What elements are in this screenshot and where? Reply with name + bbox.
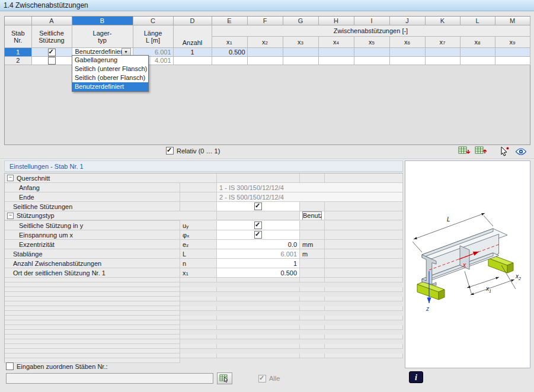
dim-x1-label: x1 xyxy=(485,285,491,293)
dim-x2-label: x2 xyxy=(515,273,521,281)
setting-filler xyxy=(5,301,180,306)
view-eye-button[interactable] xyxy=(513,145,529,158)
x5-cell[interactable] xyxy=(354,56,389,65)
x1-cell[interactable] xyxy=(212,56,247,65)
settings-row-5: Seitliche Stützung in yuy xyxy=(5,221,403,230)
header-seitliche-stuetzung: Seitliche Stützung xyxy=(31,25,72,48)
dropdown-item[interactable]: Seitlich (oberer Flansch) xyxy=(72,73,148,82)
header-x5: x5 xyxy=(354,37,389,48)
collapse-icon[interactable]: − xyxy=(7,213,14,219)
x3-cell[interactable] xyxy=(283,48,318,57)
col-letter-B[interactable]: B xyxy=(72,17,133,25)
x7-cell[interactable] xyxy=(425,48,460,57)
setting-value[interactable] xyxy=(217,230,300,240)
x9-cell[interactable] xyxy=(495,48,530,57)
dropdown-item[interactable]: Benutzerdefiniert xyxy=(72,82,148,91)
corner-cell xyxy=(5,17,31,25)
x4-cell[interactable] xyxy=(318,56,354,65)
view-eye-icon xyxy=(515,147,527,156)
settings-row-1: Anfang1 - IS 300/150/12/12/4 xyxy=(5,183,403,192)
assign-members-checkbox-box[interactable] xyxy=(6,362,14,370)
setting-value-empty xyxy=(300,287,325,292)
alle-checkbox-box[interactable] xyxy=(258,375,266,383)
setting-filler xyxy=(325,249,403,259)
alle-checkbox[interactable]: Alle xyxy=(258,375,280,383)
setting-symbol xyxy=(180,325,217,330)
setting-filler xyxy=(325,173,403,183)
x8-cell[interactable] xyxy=(460,56,495,65)
x5-cell[interactable] xyxy=(354,48,389,57)
col-letter-H[interactable]: H xyxy=(318,17,354,25)
setting-label xyxy=(5,344,180,349)
info-button[interactable]: i xyxy=(409,371,423,383)
setting-filler xyxy=(5,320,180,325)
col-letter-M[interactable]: M xyxy=(495,17,530,25)
relativ-checkbox[interactable]: Relativ (0 … 1) xyxy=(166,147,220,155)
x7-cell[interactable] xyxy=(425,56,460,65)
col-letter-J[interactable]: J xyxy=(389,17,425,25)
row-number[interactable]: 2 xyxy=(5,56,31,65)
seitliche-stuetzung-checkbox[interactable] xyxy=(48,57,56,65)
import-table-button[interactable] xyxy=(472,145,489,158)
setting-symbol xyxy=(217,335,300,339)
col-letter-C[interactable]: C xyxy=(133,17,173,25)
setting-unit xyxy=(325,335,403,339)
setting-value-empty xyxy=(300,297,325,301)
seitliche-stuetzung-checkbox[interactable] xyxy=(48,49,56,56)
seitliche-stuetzung-cell[interactable] xyxy=(31,56,72,65)
settings-empty-row xyxy=(5,306,403,316)
export-table-button[interactable] xyxy=(456,145,472,158)
col-letter-A[interactable]: A xyxy=(31,17,72,25)
dropdown-item[interactable]: Seitlich (unterer Flansch) xyxy=(72,65,148,73)
support-left xyxy=(417,282,445,300)
setting-value[interactable]: 0.500 xyxy=(217,268,300,278)
member-numbers-input[interactable] xyxy=(6,373,213,384)
anzahl-cell[interactable] xyxy=(173,56,212,65)
pick-special-icon xyxy=(499,146,510,156)
setting-value[interactable]: 1 xyxy=(217,259,300,268)
select-members-button[interactable] xyxy=(217,372,232,384)
setting-value[interactable] xyxy=(217,221,300,230)
x3-cell[interactable] xyxy=(283,56,318,65)
setting-checkbox[interactable] xyxy=(254,231,262,239)
x4-cell[interactable] xyxy=(318,48,354,57)
x6-cell[interactable] xyxy=(389,48,425,57)
row-number[interactable]: 1 xyxy=(5,48,31,57)
collapse-icon[interactable]: − xyxy=(7,175,14,181)
assign-members-checkbox[interactable]: Eingaben zuordnen Stäben Nr.: xyxy=(6,362,108,370)
setting-unit xyxy=(325,344,403,349)
setting-value[interactable]: Benutzerdefiniert xyxy=(300,211,325,220)
pick-special-button[interactable] xyxy=(496,145,513,158)
setting-value[interactable]: 0.0 xyxy=(217,240,300,249)
x2-cell[interactable] xyxy=(247,56,283,65)
setting-value xyxy=(217,173,300,183)
col-letter-K[interactable]: K xyxy=(425,17,460,25)
x9-cell[interactable] xyxy=(495,56,530,65)
setting-value[interactable] xyxy=(217,202,300,211)
col-letter-I[interactable]: I xyxy=(354,17,389,25)
x6-cell[interactable] xyxy=(389,56,425,65)
dropdown-item[interactable]: Gabellagerung xyxy=(72,56,148,65)
stuetzungstyp-button[interactable]: Benutzerdefiniert xyxy=(302,211,322,220)
setting-checkbox[interactable] xyxy=(254,221,262,229)
col-letter-L[interactable]: L xyxy=(460,17,495,25)
setting-symbol xyxy=(180,183,217,192)
x2-cell[interactable] xyxy=(247,48,283,57)
col-letter-E[interactable]: E xyxy=(212,17,247,25)
x1-cell[interactable]: 0.500 xyxy=(212,48,247,57)
setting-value: 6.001 xyxy=(217,249,300,259)
relativ-checkbox-box[interactable] xyxy=(166,147,174,155)
axis-x-label: x xyxy=(462,262,466,268)
setting-label: Seitliche Stützung in y xyxy=(5,221,180,230)
settings-row-2: Ende2 - IS 500/150/12/12/4 xyxy=(5,192,403,202)
col-letter-D[interactable]: D xyxy=(173,17,212,25)
seitliche-stuetzung-cell[interactable] xyxy=(31,48,72,57)
setting-symbol xyxy=(180,297,217,301)
col-letter-F[interactable]: F xyxy=(247,17,283,25)
setting-value-wide: 2 - IS 500/150/12/12/4 xyxy=(217,192,403,202)
col-letter-G[interactable]: G xyxy=(283,17,318,25)
settings-empty-row xyxy=(5,344,403,354)
x8-cell[interactable] xyxy=(460,48,495,57)
setting-checkbox[interactable] xyxy=(254,203,262,210)
anzahl-cell[interactable]: 1 xyxy=(173,48,212,57)
